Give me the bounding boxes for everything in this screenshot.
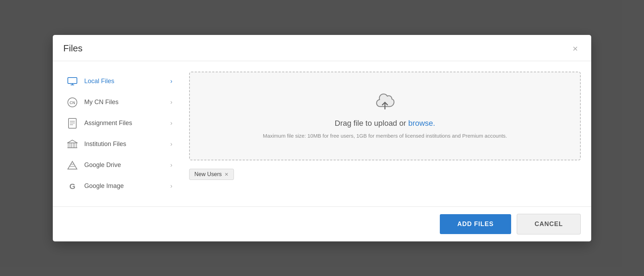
main-content: Drag file to upload or browse. Maximum f… bbox=[189, 72, 581, 196]
modal-footer: ADD FILES CANCEL bbox=[53, 206, 591, 241]
tag-label: New Users bbox=[194, 171, 222, 177]
svg-text:CN: CN bbox=[70, 101, 75, 105]
sidebar-item-google-image[interactable]: G Google Image › bbox=[63, 176, 175, 196]
sidebar-item-assignment-files[interactable]: Assignment Files › bbox=[63, 114, 175, 133]
svg-rect-0 bbox=[68, 78, 77, 83]
sidebar-label-google-image: Google Image bbox=[84, 182, 165, 190]
cn-icon: CN bbox=[66, 96, 79, 109]
institution-icon bbox=[66, 138, 79, 151]
sidebar: Local Files › CN My CN Files › bbox=[63, 72, 175, 196]
svg-rect-10 bbox=[68, 143, 70, 148]
sidebar-item-institution-files[interactable]: Institution Files › bbox=[63, 135, 175, 154]
files-modal: Files × Local Files › bbox=[53, 35, 591, 241]
monitor-icon bbox=[66, 75, 79, 88]
chevron-right-icon-google-image: › bbox=[170, 182, 172, 190]
browse-link[interactable]: browse. bbox=[408, 119, 435, 128]
sidebar-label-institution-files: Institution Files bbox=[84, 140, 165, 148]
chevron-right-icon-cn-files: › bbox=[170, 99, 172, 106]
modal-title: Files bbox=[63, 43, 83, 54]
chevron-right-icon-institution-files: › bbox=[170, 140, 172, 148]
drop-main-text: Drag file to upload or browse. bbox=[335, 119, 435, 128]
sidebar-item-google-drive[interactable]: Google Drive › bbox=[63, 155, 175, 175]
close-button[interactable]: × bbox=[570, 43, 581, 55]
sidebar-label-local-files: Local Files bbox=[84, 78, 165, 85]
cancel-button[interactable]: CANCEL bbox=[517, 214, 581, 234]
sidebar-item-my-cn-files[interactable]: CN My CN Files › bbox=[63, 93, 175, 112]
sidebar-label-google-drive: Google Drive bbox=[84, 161, 165, 169]
chevron-right-icon-local-files: › bbox=[170, 78, 172, 85]
svg-marker-9 bbox=[67, 140, 77, 143]
chevron-right-icon-google-drive: › bbox=[170, 161, 172, 169]
svg-rect-11 bbox=[72, 143, 73, 148]
svg-rect-12 bbox=[75, 143, 77, 148]
tag-new-users: New Users ✕ bbox=[189, 169, 234, 180]
drop-sub-text: Maximum file size: 10MB for free users, … bbox=[263, 133, 507, 139]
svg-marker-14 bbox=[68, 161, 77, 169]
tag-area: New Users ✕ bbox=[189, 169, 581, 180]
google-icon: G bbox=[66, 180, 79, 193]
drive-icon bbox=[66, 159, 79, 172]
tag-close-button[interactable]: ✕ bbox=[224, 172, 229, 177]
modal-body: Local Files › CN My CN Files › bbox=[53, 61, 591, 206]
chevron-right-icon-assignment-files: › bbox=[170, 119, 172, 127]
sidebar-label-my-cn-files: My CN Files bbox=[84, 99, 165, 106]
drop-zone[interactable]: Drag file to upload or browse. Maximum f… bbox=[189, 72, 581, 160]
svg-text:G: G bbox=[69, 182, 75, 191]
sidebar-label-assignment-files: Assignment Files bbox=[84, 119, 165, 127]
add-files-button[interactable]: ADD FILES bbox=[440, 214, 511, 234]
svg-rect-5 bbox=[69, 118, 76, 128]
modal-overlay: Files × Local Files › bbox=[0, 0, 644, 276]
document-icon bbox=[66, 117, 79, 130]
modal-header: Files × bbox=[53, 35, 591, 61]
sidebar-item-local-files[interactable]: Local Files › bbox=[63, 72, 175, 91]
upload-cloud-icon bbox=[375, 93, 395, 114]
